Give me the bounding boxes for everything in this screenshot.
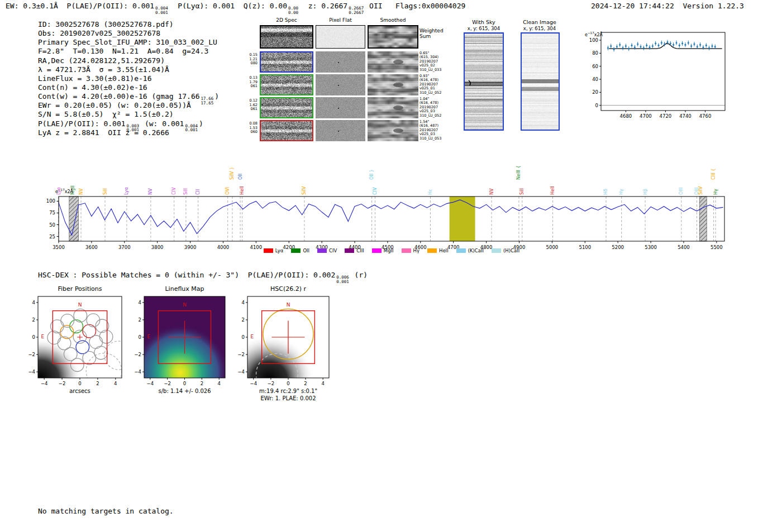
cutout-col-header: 2D Spec	[260, 17, 313, 23]
weighted-sum-label: Weighted Sum	[419, 28, 445, 39]
hsc-dex-matches-line: HSC-DEX : Possible Matches = 0 (within +…	[38, 271, 368, 284]
cutout-row-annotation: 1.04"(616, 478)20190207v025_03310_LU_052	[419, 97, 446, 118]
ifu-strip-image	[522, 33, 559, 130]
text-segment: P(LAE)/P(OII): 0.001	[38, 119, 126, 128]
fiber-positions-panel: NE−4−4−2−2002244	[25, 295, 126, 391]
legend-label: Hγ	[413, 248, 419, 253]
data-point	[640, 46, 642, 47]
uncertainty-lo: 0.001	[336, 280, 349, 284]
x-tick-label: 4740	[679, 113, 692, 119]
cutout-cell	[260, 51, 313, 73]
smoothed-image	[368, 120, 418, 141]
cutout-cell	[368, 25, 418, 49]
legend-swatch	[402, 248, 411, 253]
text-segment: F=2.8" T=0.130 N=1.21 A=0.84 g=24.3	[38, 47, 208, 55]
spectrum-svg: LyαMgIINVSiIILyαNVCIVSiIICIIOVISiIV }OII…	[34, 150, 732, 261]
noise-image	[261, 121, 312, 140]
x-tick-label: 4720	[660, 113, 672, 119]
emission-line-label: OIII	[679, 188, 684, 195]
uncertainty-lo: 17.65	[201, 101, 214, 106]
data-point	[619, 44, 621, 46]
info-line: Primary Spec_Slot_IFU_AMP: 310_033_002_L…	[38, 38, 219, 47]
info-line: RA,Dec (224.028122,51.292679)	[38, 56, 219, 65]
emission-line-label: Hβ	[643, 189, 648, 195]
info-line: Cont(w) = 4.20(±0.00)e-16 (gmag 17.6617.…	[38, 92, 219, 101]
x-tick-label: 0	[183, 381, 186, 386]
masked-band	[699, 196, 707, 241]
cutout-row-left-labels: 0.131.79061	[245, 76, 258, 89]
emission-line-label: SiIV }	[230, 167, 235, 180]
lineflux-xlabel: s/b: 1.14 +/- 0.026	[133, 388, 236, 394]
cutout-row-annotation: 1.54"(616, 487)20190207v025_03310_LU_053	[419, 120, 446, 141]
x-tick-label: −2	[59, 381, 66, 386]
clean-image-coords: x, y: 615, 304	[516, 26, 563, 31]
legend-swatch	[492, 248, 501, 253]
noise-image	[316, 51, 365, 73]
y-tick-label: 0	[32, 334, 35, 340]
data-point	[666, 41, 668, 43]
data-point	[634, 46, 636, 48]
data-point	[631, 45, 633, 46]
north-label: N	[287, 302, 290, 308]
y-tick-label: 75	[49, 210, 55, 215]
hsc-xlabel: m:19.4 rc:2.9" s:0.1"	[238, 388, 338, 394]
info-line: S/N = 5.8(±0.5) χ² = 1.5(±0.2)	[38, 110, 219, 119]
legend-swatch	[317, 248, 327, 253]
x-tick-label: −2	[268, 381, 275, 386]
hsc-xlabel2: EWr: 1. PLAE: 0.002	[238, 395, 338, 401]
text-segment: HSC-DEX : Possible Matches = 0 (within +…	[38, 271, 335, 279]
hsc-image-panel: NE−4−4−2−2002244	[234, 295, 333, 391]
cutout-cell	[260, 120, 313, 141]
x-tick-label: 4	[321, 381, 324, 386]
info-line: F=2.8" T=0.130 N=1.21 A=0.84 g=24.3	[38, 47, 219, 56]
text-segment: )	[199, 119, 203, 128]
cutout-cell	[316, 97, 365, 118]
text-segment: LyA z = 2.8841 OII z = 0.2666	[38, 128, 169, 137]
y-tick-label: −4	[134, 369, 141, 375]
info-line: λ = 4721.73Å σ = 3.55(±1.04)Å	[38, 65, 219, 74]
data-point	[684, 44, 686, 46]
masked-band	[69, 196, 78, 241]
data-point	[708, 47, 710, 49]
data-point	[679, 45, 680, 46]
y-tick-label: 2	[32, 317, 35, 323]
emission-line-label: SiIV	[698, 186, 703, 195]
legend-item: (H)CaII	[492, 248, 519, 253]
stacked-uncertainty: 0.0060.001	[336, 275, 349, 284]
x-tick-label: 4	[114, 381, 117, 386]
north-label: N	[183, 302, 187, 308]
y-tick-label: −2	[28, 352, 35, 357]
legend-item: MgII	[372, 248, 394, 253]
ifu-strip-image	[465, 33, 503, 130]
legend-label: OII	[303, 248, 309, 253]
left-label: 080	[245, 61, 258, 66]
x-tick-label: 4680	[620, 113, 632, 119]
x-tick-label: 4	[217, 381, 220, 386]
y-tick-label: 0	[242, 334, 245, 340]
data-point	[681, 42, 683, 44]
emission-line-label: OII	[238, 174, 243, 180]
data-point	[714, 46, 716, 47]
data-point	[690, 45, 692, 47]
x-tick-label: −4	[250, 381, 258, 386]
x-tick-label: 0	[287, 381, 289, 386]
y-tick-label: −4	[237, 369, 245, 375]
legend-item: Lyα	[264, 248, 284, 253]
data-point	[699, 44, 701, 46]
hscPanel-svg: NE−4−4−2−2002244	[234, 295, 333, 391]
y-tick-label: 100	[589, 37, 598, 43]
noise-image	[316, 97, 365, 118]
data-point	[711, 45, 713, 47]
legend-label: MgII	[384, 248, 394, 253]
cutout-row-left-labels: 0.151.21080	[245, 53, 258, 66]
legend-label: (K)CaII	[468, 248, 484, 253]
x-tick-label: 4700	[640, 113, 652, 119]
noise-image	[261, 52, 312, 71]
annotation-line: 310_LU_053	[419, 137, 446, 141]
emission-line-label: Lyα	[124, 187, 129, 195]
legend-swatch	[372, 248, 382, 253]
cutout-cell	[368, 51, 418, 73]
line-fit-plot: 02040608010046804700472047404760	[580, 26, 732, 122]
cutout-row-left-labels: 0.081.53060	[245, 122, 258, 135]
cutout-cell	[260, 97, 313, 118]
